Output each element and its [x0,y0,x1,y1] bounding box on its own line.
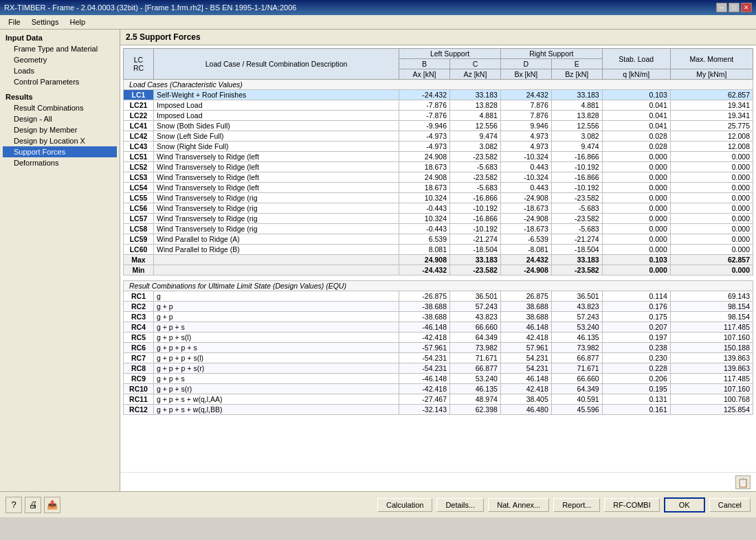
lc-rc-header: LC RC [124,49,154,80]
az-cell: -21.274 [449,234,500,245]
help-icon-button[interactable]: ? [5,497,22,513]
report-button[interactable]: Report... [553,498,600,512]
bz-cell: -18.504 [551,245,602,255]
sidebar-item-result-combinations[interactable]: Result Combinations [3,102,117,113]
print-icon-button[interactable]: 🖨 [25,497,41,513]
table-container[interactable]: LC RC Load Case / Result Combination Des… [120,45,756,472]
az-cell: -18.504 [449,245,500,255]
sidebar: Input Data Frame Type and Material Geome… [0,30,120,491]
maximize-button[interactable]: □ [729,3,740,12]
az-cell: -5.683 [449,162,500,172]
table-row: RC12 g + p + s + w(q,l,BB) -32.143 62.39… [124,405,753,415]
bz-cell: 71.671 [551,363,602,374]
bx-cell: 26.875 [500,291,551,302]
sidebar-item-design-by-member[interactable]: Design by Member [3,124,117,135]
q-cell: 0.197 [602,333,670,343]
lc-id-cell: LC22 [124,111,154,121]
table-header-row-1: LC RC Load Case / Result Combination Des… [124,49,753,59]
col-e-header: E [551,59,602,69]
rc-desc-cell: g + p [154,302,399,312]
rc-desc-cell: g [154,291,399,302]
sidebar-item-frame-type[interactable]: Frame Type and Material [3,43,117,54]
menu-file[interactable]: File [3,16,26,27]
ax-cell: -27.467 [399,394,450,405]
table-row: LC57 Wind Transversely to Ridge (rig 10.… [124,214,753,224]
my-cell: 12.008 [670,131,753,142]
lc-id-cell: LC54 [124,183,154,193]
bz-cell: 9.474 [551,142,602,152]
ax-cell: -24.432 [399,265,450,275]
az-cell: 36.501 [449,291,500,302]
sidebar-item-deformations[interactable]: Deformations [3,157,117,168]
content-title: 2.5 Support Forces [120,30,756,45]
bz-cell: -10.192 [551,183,602,193]
az-cell: 3.082 [449,142,500,152]
ax-cell: 24.908 [399,152,450,162]
sidebar-item-design-all[interactable]: Design - All [3,113,117,124]
table-row: LC22 Imposed Load -7.876 4.881 7.876 13.… [124,111,753,121]
cancel-button[interactable]: Cancel [709,498,751,512]
bx-cell: 7.876 [500,111,551,121]
menu-help[interactable]: Help [64,16,91,27]
ax-cell: -54.231 [399,353,450,363]
my-cell: 98.154 [670,312,753,322]
q-cell: 0.041 [602,111,670,121]
menu-settings[interactable]: Settings [26,16,65,27]
lc-desc-cell: Snow (Left Side Full) [154,131,399,142]
rc-id-cell: RC4 [124,322,154,333]
q-cell: 0.114 [602,291,670,302]
calculation-button[interactable]: Calculation [377,498,432,512]
bx-cell: 0.443 [500,183,551,193]
ax-cell: -38.688 [399,312,450,322]
ax-cell: -0.443 [399,224,450,234]
table-row: LC51 Wind Transversely to Ridge (left 24… [124,152,753,162]
lc-desc-cell: Imposed Load [154,111,399,121]
table-row: LC58 Wind Transversely to Ridge (rig -0.… [124,224,753,234]
table-row: LC54 Wind Transversely to Ridge (left 18… [124,183,753,193]
table-row: RC2 g + p -38.688 57.243 38.688 43.823 0… [124,302,753,312]
report-icon-button[interactable]: 📋 [735,475,751,489]
table-row: LC55 Wind Transversely to Ridge (rig 10.… [124,193,753,203]
rc-id-cell: RC2 [124,302,154,312]
bx-cell: 38.688 [500,312,551,322]
sidebar-item-loads[interactable]: Loads [3,65,117,76]
my-cell: 12.008 [670,142,753,152]
rf-combi-button[interactable]: RF-COMBI [604,498,659,512]
az-cell: 66.660 [449,322,500,333]
ax-cell: -57.961 [399,343,450,353]
minimize-button[interactable]: ─ [716,3,727,12]
lc-desc-cell: Wind Parallel to Ridge (B) [154,245,399,255]
lc-desc-cell: Wind Transversely to Ridge (left [154,162,399,172]
bz-cell: 73.982 [551,343,602,353]
main-layout: Input Data Frame Type and Material Geome… [0,30,756,491]
nat-annex-button[interactable]: Nat. Annex... [488,498,549,512]
sidebar-item-design-by-location[interactable]: Design by Location X [3,135,117,146]
bx-cell: 9.946 [500,121,551,131]
my-cell: 19.341 [670,100,753,111]
export-icon-button[interactable]: 📤 [44,497,60,513]
bx-cell: 38.688 [500,302,551,312]
q-cell: 0.207 [602,322,670,333]
az-cell: -23.582 [449,265,500,275]
ok-button[interactable]: OK [664,497,705,513]
rc-desc-cell: g + p + p + s [154,343,399,353]
sidebar-item-control-params[interactable]: Control Parameters [3,76,117,87]
ax-cell: -32.143 [399,405,450,415]
toolbar-right: Calculation Details... Nat. Annex... Rep… [377,497,751,513]
ax-cell: -9.946 [399,121,450,131]
az-cell: 46.135 [449,384,500,394]
rc-section-header: Result Combinations for Ultimate Limit S… [124,281,753,291]
q-cell: 0.000 [602,172,670,183]
rc-id-cell: RC5 [124,333,154,343]
az-cell: -10.192 [449,224,500,234]
details-button[interactable]: Details... [436,498,484,512]
close-button[interactable]: ✕ [741,3,752,12]
rc-id-cell: RC3 [124,312,154,322]
q-cell: 0.000 [602,162,670,172]
sidebar-item-geometry[interactable]: Geometry [3,54,117,65]
rc-id-cell: RC12 [124,405,154,415]
sidebar-item-support-forces[interactable]: Support Forces [3,146,117,157]
az-cell: -5.683 [449,183,500,193]
ax-cell: 24.908 [399,255,450,265]
az-cell: 12.556 [449,121,500,131]
